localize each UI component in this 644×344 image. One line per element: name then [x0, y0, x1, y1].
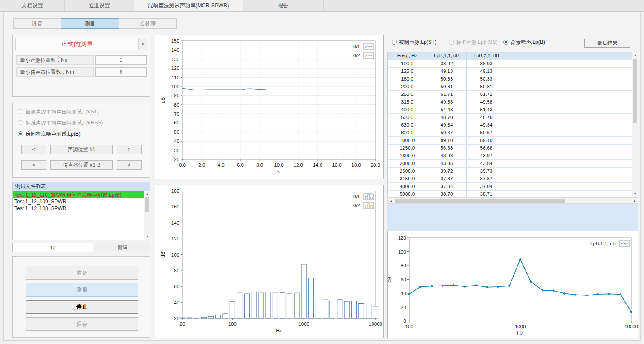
table-cell-filler: [506, 191, 632, 198]
table-row[interactable]: 4000.037.0437.04: [388, 183, 632, 191]
file-list-item[interactable]: Test 1_12_109_SPWR: [13, 198, 144, 205]
scroll-down-icon[interactable]: ▼: [632, 191, 638, 197]
table-cell: 200.0: [388, 83, 427, 90]
svg-text:160: 160: [171, 204, 179, 209]
table-row[interactable]: 800.050.6750.67: [388, 129, 632, 137]
radio-icon[interactable]: [449, 40, 454, 45]
scroll-down-icon[interactable]: ▼: [144, 233, 150, 240]
top-tab-1[interactable]: 文档设置: [0, 0, 65, 11]
top-tab-bar: 文档设置通道设置混响室法测试声功率(MCR-SPWR)报告: [0, 0, 644, 12]
scroll-up-icon[interactable]: ▲: [632, 52, 638, 58]
scrollbar-thumb[interactable]: [395, 199, 565, 203]
svg-text:60: 60: [174, 120, 179, 125]
table-cell: 315.0: [388, 98, 427, 106]
svg-text:18.0: 18.0: [352, 162, 361, 168]
sub-tab-2[interactable]: 测量: [61, 18, 119, 29]
mic-position-button[interactable]: 传声器位置 #1-2: [50, 160, 113, 170]
table-row[interactable]: 630.049.3449.34: [388, 121, 632, 129]
table-cell: 89.10: [427, 137, 467, 144]
radio-icon[interactable]: [503, 40, 508, 45]
top-tab-2[interactable]: 通道设置: [65, 0, 134, 11]
svg-text:0: 0: [404, 318, 406, 324]
table-row[interactable]: 2000.043.8543.84: [388, 160, 632, 168]
scroll-up-icon[interactable]: ▲: [144, 191, 150, 197]
new-file-button[interactable]: 新建: [95, 243, 150, 252]
svg-text:100: 100: [228, 321, 237, 327]
sub-tab-3[interactable]: 后处理: [119, 18, 177, 29]
table-row[interactable]: 200.050.8150.81: [388, 83, 632, 91]
table-cell: 50.33: [467, 75, 506, 83]
svg-text:120: 120: [171, 236, 179, 241]
table-row[interactable]: 250.051.7151.72: [388, 91, 632, 98]
save-button[interactable]: 保存: [26, 317, 138, 331]
svg-text:1000: 1000: [298, 321, 309, 327]
mic-position-next-button[interactable]: >: [117, 160, 142, 170]
top-tab-3[interactable]: 混响室法测试声功率(MCR-SPWR): [134, 0, 243, 11]
svg-text:60: 60: [401, 277, 406, 282]
svg-text:s: s: [278, 169, 280, 175]
test-type-option-1[interactable]: 被测声源平均声压级测试,Lp(ST): [18, 108, 99, 115]
measurement-mode-select[interactable]: 正式的测量 ▾: [15, 38, 147, 50]
svg-text:80: 80: [174, 268, 179, 273]
nm-field-input[interactable]: 6: [95, 67, 147, 77]
svg-text:12.0: 12.0: [294, 162, 303, 168]
svg-text:20: 20: [174, 157, 179, 162]
scrollbar-thumb[interactable]: [145, 197, 149, 212]
top-tab-4[interactable]: 报告: [243, 0, 324, 11]
table-row[interactable]: 160.050.3350.33: [388, 75, 632, 83]
svg-text:40: 40: [174, 139, 179, 144]
table-row[interactable]: 100.038.9238.93: [388, 60, 632, 68]
radio-icon[interactable]: [18, 120, 23, 125]
scroll-left-icon[interactable]: ◄: [388, 198, 394, 204]
stop-button[interactable]: 停止: [26, 300, 138, 314]
table-row[interactable]: 1600.043.9843.97: [388, 152, 632, 160]
table-row[interactable]: 400.051.4351.43: [388, 106, 632, 114]
file-list-item[interactable]: Test 1_12_108_SPWR: [13, 205, 144, 212]
table-cell: 400.0: [388, 106, 427, 113]
chevron-down-icon[interactable]: ▾: [138, 38, 147, 50]
result-background-radio[interactable]: 背景噪声,Lp(B): [503, 39, 545, 46]
test-type-option-3[interactable]: 房间本底噪声测试,Lp(B): [18, 130, 81, 137]
scroll-right-icon[interactable]: ►: [632, 198, 638, 204]
scrollbar-thumb[interactable]: [633, 59, 637, 123]
table-hscrollbar[interactable]: ◄ ►: [387, 197, 638, 204]
svg-text:10000: 10000: [369, 321, 382, 327]
file-count-button[interactable]: 12: [12, 243, 93, 252]
source-position-button[interactable]: 声源位置 #1: [50, 145, 113, 154]
table-cell: 89.10: [467, 137, 506, 144]
table-row[interactable]: 2500.039.7239.73: [388, 168, 632, 175]
result-source-radio[interactable]: 被测声源,Lp(ST): [392, 39, 436, 46]
table-cell: 2500.0: [388, 168, 427, 175]
radio-icon[interactable]: [392, 40, 397, 45]
mic-position-prev-button[interactable]: <: [21, 160, 46, 170]
prepare-button[interactable]: 准备: [26, 266, 138, 280]
table-row[interactable]: 125.049.1349.13: [388, 68, 632, 75]
table-row[interactable]: 500.048.7048.70: [388, 114, 632, 121]
ns-field-input[interactable]: 1: [95, 55, 147, 65]
table-row[interactable]: 315.049.5849.58: [388, 98, 632, 106]
sub-tab-1[interactable]: 设置: [13, 18, 61, 29]
file-name: Test 1_12_110_SPWR: [14, 191, 66, 198]
table-cell: 37.04: [467, 183, 506, 190]
radio-icon[interactable]: [18, 131, 23, 136]
mic-position-row: < 传声器位置 #1-2 >: [13, 160, 150, 170]
source-position-next-button[interactable]: >: [117, 145, 142, 154]
file-list-item[interactable]: Test 1_12_110_SPWR房间本底噪声测试,Lp(B): [13, 191, 144, 198]
table-row[interactable]: 1250.056.6856.68: [388, 145, 632, 152]
result-rss-radio[interactable]: 标准声源,Lp(RSS): [449, 39, 497, 46]
file-list-scrollbar[interactable]: ▲ ▼: [144, 191, 150, 240]
table-row[interactable]: 3150.037.8737.87: [388, 175, 632, 183]
table-row[interactable]: 1000.089.1089.10: [388, 137, 632, 145]
svg-text:120: 120: [171, 66, 179, 71]
radio-icon[interactable]: [18, 109, 23, 114]
table-vscrollbar[interactable]: ▲ ▼: [632, 52, 638, 197]
table-cell: 51.72: [467, 91, 506, 98]
test-type-option-2[interactable]: 标准声源平均声压级测试,Lp(RSS): [18, 119, 103, 126]
svg-text:0.0: 0.0: [179, 162, 186, 168]
svg-text:dB: dB: [160, 97, 166, 104]
table-cell-filler: [506, 98, 632, 106]
measure-button[interactable]: 测量: [26, 283, 138, 297]
final-result-button[interactable]: 最后结果: [584, 39, 630, 48]
table-cell: 49.58: [427, 98, 467, 106]
source-position-prev-button[interactable]: <: [21, 145, 46, 154]
